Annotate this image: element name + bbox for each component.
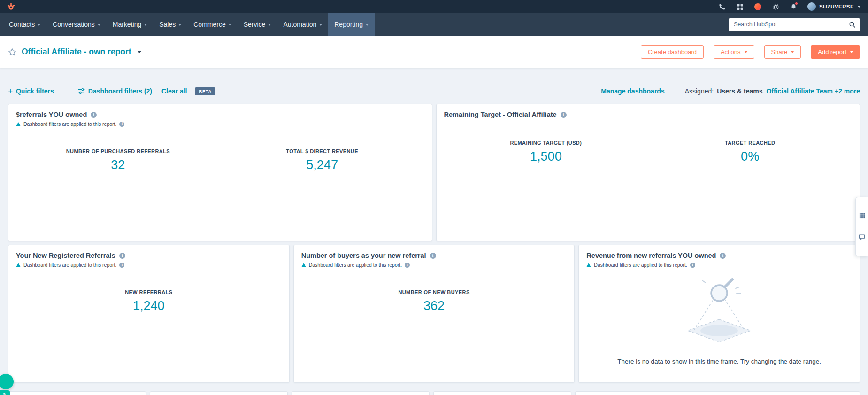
cards-row-2: Your New Registered Referrals Dashboard … <box>8 245 860 383</box>
nav-item-service[interactable]: Service <box>238 13 277 36</box>
quick-filters-button[interactable]: Quick filters <box>8 87 54 95</box>
dashboard-filters-button[interactable]: Dashboard filters (2) <box>78 87 152 95</box>
search-input[interactable] <box>734 21 849 28</box>
nav-item-automation[interactable]: Automation <box>277 13 328 36</box>
marketplace-icon[interactable] <box>736 3 744 11</box>
nav-item-reporting[interactable]: Reporting <box>328 13 375 36</box>
beta-badge: BETA <box>195 87 215 95</box>
assigned-teams-link[interactable]: Official Affiliate Team +2 more <box>766 87 860 95</box>
filter-warning-icon <box>16 263 21 267</box>
nav-item-commerce[interactable]: Commerce <box>187 13 237 36</box>
nav-item-marketing[interactable]: Marketing <box>107 13 153 36</box>
report-card-remaining-target: Remaining Target - Official Affiliate RE… <box>436 104 860 241</box>
chevron-down-icon <box>745 51 747 53</box>
dashboard-content: Quick filters Dashboard filters (2) Clea… <box>0 86 868 395</box>
metric-new-buyers: NUMBER OF NEW BUYERS 362 <box>301 289 567 313</box>
chevron-down-icon <box>366 24 369 26</box>
card-title: Number of buyers as your new referral <box>301 252 426 259</box>
card-title: Remaining Target - Official Affiliate <box>444 111 557 118</box>
card-title: $referrals YOU owned <box>16 111 87 118</box>
metric-direct-revenue: TOTAL $ DIRECT REVENUE 5,247 <box>220 148 424 172</box>
cards-row-3 <box>8 391 860 395</box>
search-icon[interactable] <box>849 21 856 28</box>
chevron-down-icon <box>144 24 147 26</box>
info-icon[interactable] <box>119 122 124 127</box>
nav-item-label: Sales <box>159 21 176 28</box>
metric-label: NUMBER OF NEW BUYERS <box>301 289 567 295</box>
right-flyout-panel[interactable] <box>855 197 868 256</box>
info-icon[interactable] <box>430 253 436 259</box>
favorite-star-icon[interactable] <box>8 48 16 56</box>
info-icon[interactable] <box>405 263 410 268</box>
nav-item-label: Marketing <box>113 21 141 28</box>
chevron-down-icon <box>319 24 322 26</box>
comment-icon[interactable] <box>859 234 865 240</box>
card-note-text: Dashboard filters are applied to this re… <box>594 262 687 268</box>
button-label: Share <box>771 48 788 55</box>
nav-item-label: Contacts <box>9 21 35 28</box>
filter-warning-icon <box>16 122 21 126</box>
card-filter-note: Dashboard filters are applied to this re… <box>301 262 567 268</box>
share-button[interactable]: Share <box>764 45 801 59</box>
settings-icon[interactable] <box>772 3 780 11</box>
chevron-down-icon <box>38 24 40 26</box>
page-header: Official Affiliate - own report Create d… <box>0 36 868 68</box>
card-note-text: Dashboard filters are applied to this re… <box>23 262 116 268</box>
card-filter-note: Dashboard filters are applied to this re… <box>16 262 282 268</box>
report-card-partial <box>433 391 571 395</box>
info-icon[interactable] <box>720 253 726 259</box>
empty-state-magnifier-illustration <box>679 272 759 343</box>
metric-target-reached: TARGET REACHED 0% <box>648 140 852 164</box>
hubspot-sprocket-logo-icon[interactable] <box>7 3 15 11</box>
report-card-referrals-owned: $referrals YOU owned Dashboard filters a… <box>8 104 432 241</box>
chevron-down-icon <box>178 24 181 26</box>
metric-label: NUMBER OF PURCHASED REFERRALS <box>16 148 220 154</box>
metric-value[interactable]: 1,500 <box>444 149 648 164</box>
dashboard-filters-label: Dashboard filters (2) <box>88 87 152 95</box>
topbar-actions: SUZUVERSE <box>718 2 861 11</box>
global-search[interactable] <box>729 18 860 31</box>
info-icon[interactable] <box>690 263 695 268</box>
title-chevron-down-icon[interactable] <box>138 51 141 53</box>
filter-warning-icon <box>586 263 591 267</box>
info-icon[interactable] <box>119 263 124 268</box>
nav-item-contacts[interactable]: Contacts <box>3 13 46 36</box>
actions-button[interactable]: Actions <box>714 45 754 59</box>
quick-filters-label: Quick filters <box>16 87 54 95</box>
nav-item-sales[interactable]: Sales <box>153 13 187 36</box>
button-label: Actions <box>721 48 741 55</box>
nav-item-conversations[interactable]: Conversations <box>46 13 107 36</box>
calls-icon[interactable] <box>718 3 726 11</box>
grid-icon[interactable] <box>859 213 865 219</box>
chat-beacon-label[interactable]: a <box>0 390 10 395</box>
sliders-icon <box>78 88 85 94</box>
report-card-partial <box>292 391 430 395</box>
chevron-down-icon <box>229 24 231 26</box>
create-dashboard-button[interactable]: Create dashboard <box>641 45 704 59</box>
add-report-button[interactable]: Add report <box>811 45 860 59</box>
metric-label: REMAINING TARGET (USD) <box>444 140 648 146</box>
card-title: Revenue from new referrals YOU owned <box>586 252 716 259</box>
info-icon[interactable] <box>119 253 125 259</box>
page-title[interactable]: Official Affiliate - own report <box>22 47 131 57</box>
metric-value[interactable]: 362 <box>301 299 567 313</box>
info-icon[interactable] <box>561 112 567 118</box>
metric-value[interactable]: 1,240 <box>16 299 282 313</box>
header-buttons: Create dashboard Actions Share Add repor… <box>641 45 860 59</box>
account-menu[interactable]: SUZUVERSE <box>807 2 861 11</box>
button-label: Create dashboard <box>648 48 697 55</box>
metric-value[interactable]: 5,247 <box>220 158 424 172</box>
assigned-label: Assigned: <box>685 87 714 95</box>
metric-value[interactable]: 32 <box>16 158 220 172</box>
report-card-partial <box>150 391 288 395</box>
empty-state-text: There is no data to show in this time fr… <box>617 358 821 365</box>
clear-all-button[interactable]: Clear all <box>161 87 187 95</box>
info-icon[interactable] <box>91 112 97 118</box>
button-label: Add report <box>818 48 846 55</box>
chevron-down-icon <box>850 51 853 53</box>
manage-dashboards-link[interactable]: Manage dashboards <box>601 87 664 95</box>
nav-item-label: Commerce <box>193 21 225 28</box>
metric-value[interactable]: 0% <box>648 149 852 164</box>
copilot-icon[interactable] <box>754 3 762 11</box>
notifications-icon[interactable] <box>790 3 798 11</box>
